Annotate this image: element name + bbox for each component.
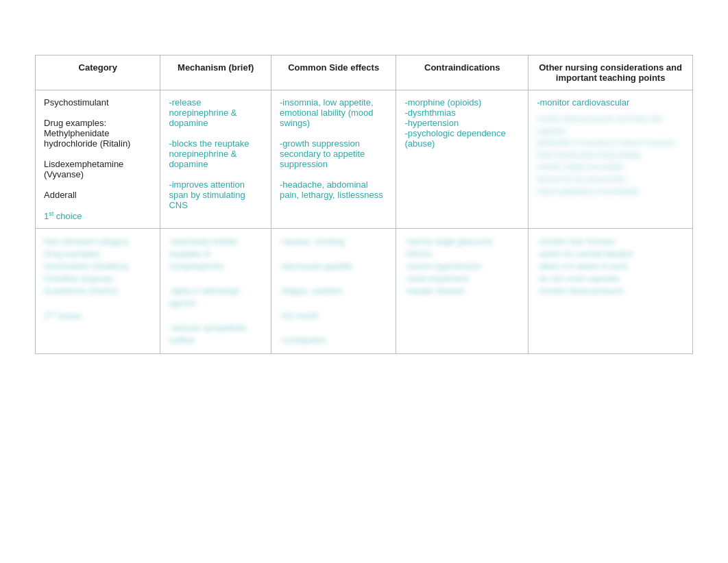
first-choice-label: 1st choice [44,210,151,221]
header-contraindications: Contraindications [396,55,529,90]
mechanism-line-1: -release norepinephrine & dopamine [169,97,263,128]
contra-4: -psychologic dependence (abuse) [404,128,520,149]
side-effects-cell-1: -insomnia, low appetite, emotional labil… [271,90,396,229]
side-effects-blur-2: -nausea, vomiting -decreased appetite -f… [280,236,387,347]
drug-intro: Drug examples: [44,118,151,128]
other-cell-2: -monitor liver function -watch for suici… [529,229,693,354]
other-blur-2: -monitor liver function -watch for suici… [537,236,684,297]
superscript-st: st [49,210,53,217]
table-row-1: Psychostimulant Drug examples: Methylphe… [36,90,693,229]
side-effect-2: -growth suppression secondary to appetit… [280,138,387,169]
page-wrapper: Category Mechanism (brief) Common Side e… [0,0,728,368]
table-row-2: Non-stimulant category Drug examples: At… [36,229,693,354]
drug-name-2: Lisdexemphetamine (Vyvanse) [44,159,151,179]
contra-cell-2: -narrow angle glaucoma -MAOIs -severe hy… [396,229,529,354]
header-mechanism: Mechanism (brief) [160,55,271,90]
contra-cell-1: -morphine (opioids) -dysrhthmias -hypert… [396,90,529,229]
other-1: -monitor cardiovascular [537,97,684,108]
category-cell-1: Psychostimulant Drug examples: Methylphe… [36,90,160,229]
mechanism-blur-2: -selectively inhibits reuptake of norepi… [169,236,263,347]
other-cell-1: -monitor cardiovascular monitor blood pr… [529,90,693,229]
header-side-effects: Common Side effects [271,55,396,90]
other-blurred-content: monitor blood pressure and heart rate re… [537,113,684,197]
contra-2: -dysrhthmias [404,108,520,118]
drug-table: Category Mechanism (brief) Common Side e… [35,55,693,354]
category-blur-2: Non-stimulant category Drug examples: At… [44,236,151,323]
side-effect-1: -insomnia, low appetite, emotional labil… [280,97,387,128]
side-effect-3: -headache, abdominal pain, lethargy, lis… [280,179,387,200]
contra-3: -hypertension [404,118,520,128]
category-cell-2: Non-stimulant category Drug examples: At… [36,229,160,354]
drug-type: Psychostimulant [44,97,151,108]
side-effects-cell-2: -nausea, vomiting -decreased appetite -f… [271,229,396,354]
header-other: Other nursing considerations and importa… [529,55,693,90]
mechanism-line-2: -blocks the reuptake norepinephrine & do… [169,138,263,169]
header-row: Category Mechanism (brief) Common Side e… [36,55,693,90]
header-category: Category [36,55,160,90]
mechanism-cell-1: -release norepinephrine & dopamine -bloc… [160,90,271,229]
mechanism-line-3: -improves attention span by stimulating … [169,179,263,210]
drug-name-1: Methylphenidate hydrochloride (Ritalin) [44,128,151,149]
contra-1: -morphine (opioids) [404,97,520,108]
drug-name-3: Adderall [44,190,151,200]
contra-blur-2: -narrow angle glaucoma -MAOIs -severe hy… [404,236,520,297]
mechanism-cell-2: -selectively inhibits reuptake of norepi… [160,229,271,354]
